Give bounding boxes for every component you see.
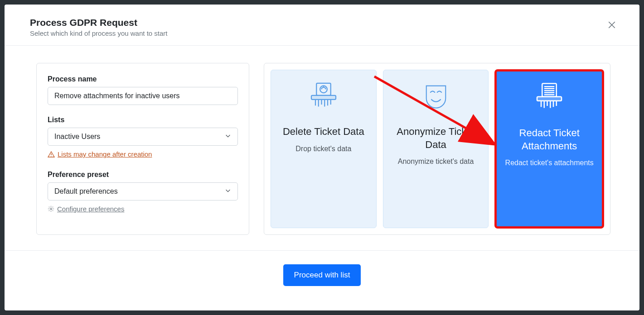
chevron-down-icon [225,133,231,141]
chevron-down-icon [225,187,231,196]
lists-warning-link[interactable]: Lists may change after creation [48,150,152,158]
card-desc: Drop ticket's data [295,145,351,153]
lists-value: Inactive Users [54,133,100,141]
configure-preferences-text: Configure preferences [57,205,124,213]
modal-subtitle: Select which kind of process you want to… [30,29,614,37]
preset-value: Default preferences [54,187,118,196]
gdpr-modal: Process GDPR Request Select which kind o… [5,5,639,310]
warning-icon [48,151,55,158]
close-icon[interactable] [608,21,618,31]
gear-icon [48,205,54,212]
card-anonymize-ticket-data[interactable]: Anonymize Ticket Data Anonymize ticket's… [383,70,489,228]
process-name-label: Process name [48,75,238,83]
proceed-button[interactable]: Proceed with list [283,264,361,286]
preset-label: Preference preset [48,171,238,179]
anon-mask-icon [421,80,451,113]
card-delete-ticket-data[interactable]: Delete Ticket Data Drop ticket's data [271,70,377,228]
card-title: Delete Ticket Data [280,125,367,138]
preset-section: Preference preset Default preferences Co… [48,171,238,214]
process-name-section: Process name [48,75,238,105]
shredder-doc-icon [533,81,566,114]
card-title: Redact Ticket Attachments [501,127,597,153]
svg-rect-5 [537,97,562,101]
process-name-input[interactable] [48,87,238,105]
svg-rect-1 [316,83,331,95]
modal-title: Process GDPR Request [30,16,614,29]
lists-warning-text: Lists may change after creation [58,150,152,158]
card-title: Anonymize Ticket Data [388,125,484,151]
lists-select[interactable]: Inactive Users [48,128,238,146]
card-desc: Anonymize ticket's data [398,158,474,166]
cards-panel: Delete Ticket Data Drop ticket's data An… [264,63,610,235]
svg-rect-3 [311,95,336,100]
card-redact-attachments[interactable]: Redact Ticket Attachments Redact ticket'… [495,70,604,228]
modal-body: Process name Lists Inactive Users Lists … [5,46,639,235]
svg-point-0 [50,208,52,210]
preset-select[interactable]: Default preferences [48,182,238,200]
lists-label: Lists [48,116,238,124]
modal-footer: Proceed with list [5,250,639,300]
form-panel: Process name Lists Inactive Users Lists … [36,63,249,235]
configure-preferences-link[interactable]: Configure preferences [48,205,124,213]
modal-header: Process GDPR Request Select which kind o… [5,5,639,46]
shredder-head-icon [307,80,340,113]
lists-section: Lists Inactive Users Lists may change af… [48,116,238,160]
card-desc: Redact ticket's attachments [505,159,594,167]
